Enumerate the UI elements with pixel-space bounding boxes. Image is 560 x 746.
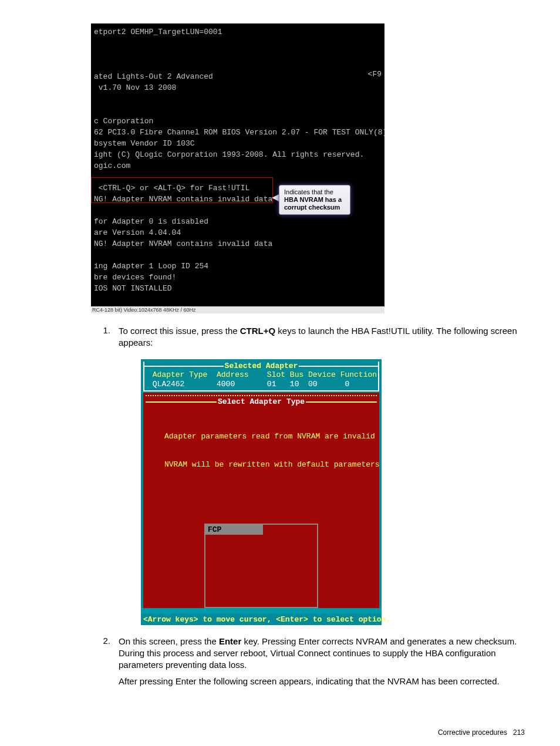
bios-screenshot-figure: etport2 OEMHP_TargetLUN=0001 ated Lights… [91, 23, 531, 313]
step-number: 2. [29, 636, 119, 687]
bios-line [94, 49, 384, 60]
step-number: 1. [29, 325, 119, 349]
tooltip-pointer-icon [272, 194, 279, 201]
bios-line: for Adapter 0 is disabled [94, 216, 384, 227]
fastutil-screenshot-figure: Selected Adapter Adapter Type Address Sl… [141, 359, 531, 625]
text: On this screen, press the [119, 636, 219, 646]
adapter-data-row: QLA2462 4000 01 10 00 0 [144, 380, 378, 390]
footer-page-number: 213 [513, 728, 525, 737]
key-hint-bar: <Arrow keys> to move cursor, <Enter> to … [141, 614, 382, 625]
annotation-tooltip: Indicates that the HBA NVRAM has a corru… [279, 185, 350, 215]
panel-title-selected-adapter: Selected Adapter [224, 362, 299, 370]
tooltip-text-bold: corrupt checksum [284, 204, 340, 211]
key-name: Enter [219, 636, 241, 646]
bios-line: ing Adapter 1 Loop ID 254 [94, 261, 384, 272]
bios-line [94, 104, 384, 116]
step-2: 2. On this screen, press the Enter key. … [29, 636, 531, 687]
bios-line: c Corporation [94, 116, 384, 127]
bios-line: bsystem Vendor ID 103C [94, 138, 384, 149]
bios-line [94, 38, 384, 49]
step-paragraph: After pressing Enter the following scree… [119, 676, 525, 687]
page-footer: Corrective procedures 213 [29, 728, 531, 737]
tooltip-text: Indicates that the [284, 188, 333, 195]
key-name: CTRL+Q [240, 326, 275, 336]
bios-line: ogic.com [94, 160, 384, 171]
adapter-type-listbox: FCP [204, 524, 318, 608]
step-text: On this screen, press the Enter key. Pre… [119, 636, 531, 687]
bios-line: IOS NOT INSTALLED [94, 283, 384, 294]
bios-line: 62 PCI3.0 Fibre Channel ROM BIOS Version… [94, 127, 384, 138]
bios-line: etport2 OEMHP_TargetLUN=0001 [94, 26, 384, 38]
step-1: 1. To correct this issue, press the CTRL… [29, 325, 531, 349]
bios-line: ated Lights-Out 2 Advanced [94, 71, 384, 82]
panel-title-select-adapter-type: Select Adapter Type [217, 397, 306, 406]
bios-line: are Version 4.04.04 [94, 227, 384, 238]
fcp-option-selected[interactable]: FCP [205, 525, 263, 535]
status-left: RC4-128 bit) Video:1024x768 48KHz / 60Hz [92, 307, 195, 313]
step-text: To correct this issue, press the CTRL+Q … [119, 325, 531, 349]
bios-line: bre devices found! [94, 272, 384, 283]
nvram-warning-line: Adapter parameters read from NVRAM are i… [164, 432, 379, 441]
bios-line [94, 93, 384, 104]
bios-line: NG! Adapter NVRAM contains invalid data [94, 238, 384, 249]
f9-key-hint: <F9 [368, 69, 382, 80]
bios-line [94, 171, 384, 183]
bios-line [94, 60, 384, 71]
bios-line: v1.70 Nov 13 2008 [94, 82, 384, 93]
bios-line: ight (C) QLogic Corporation 1993-2008. A… [94, 149, 384, 160]
text: To correct this issue, press the [119, 326, 240, 336]
footer-section: Corrective procedures [438, 728, 507, 737]
bios-line [94, 249, 384, 261]
adapter-header-row: Adapter Type Address Slot Bus Device Fun… [144, 370, 378, 380]
nvram-warning-line: NVRAM will be rewritten with default par… [164, 460, 379, 470]
tooltip-text-bold: HBA NVRAM has a [284, 196, 342, 203]
video-status-bar: RC4-128 bit) Video:1024x768 48KHz / 60Hz [91, 306, 384, 313]
bios-line [94, 294, 384, 305]
